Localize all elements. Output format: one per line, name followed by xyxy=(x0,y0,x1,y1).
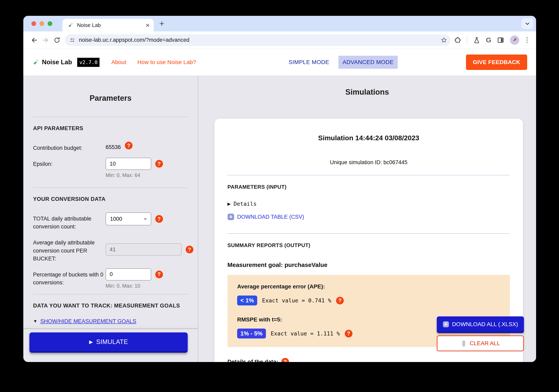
tab-search-chevron-button[interactable] xyxy=(522,19,533,29)
help-avg-per-bucket-icon[interactable]: ? xyxy=(186,246,193,253)
version-badge: v2.7.0 xyxy=(77,58,100,67)
reload-button[interactable] xyxy=(51,35,63,46)
browser-tab[interactable]: Noise Lab × xyxy=(62,19,154,31)
simulations-title: Simulations xyxy=(198,88,536,96)
measurement-goal-heading: Measurement goal: purchaseValue xyxy=(227,261,510,268)
app-header: Noise Lab v2.7.0 About How to use Noise … xyxy=(23,49,536,76)
address-bar[interactable]: noise-lab.uc.r.appspot.com/?mode=advance… xyxy=(65,34,450,46)
brand-name: Noise Lab xyxy=(42,59,72,66)
about-link[interactable]: About xyxy=(111,59,126,65)
zero-buckets-input[interactable] xyxy=(106,268,151,280)
simulate-button[interactable]: ▶ SIMULATE xyxy=(29,332,188,353)
details-toggle[interactable]: ▶ Details xyxy=(227,201,510,207)
simulations-panel: Simulations Simulation 14:44:24 03/08/20… xyxy=(198,76,536,362)
back-arrow-icon xyxy=(30,36,38,44)
contribution-budget-row: Contribution budget: 65536 ? xyxy=(33,142,188,152)
measurement-goals-heading: DATA YOU WANT TO TRACK: MEASUREMENT GOAL… xyxy=(33,303,188,309)
help-ape-icon[interactable]: ? xyxy=(336,297,344,304)
help-contribution-budget-icon[interactable]: ? xyxy=(125,142,132,149)
browser-toolbar: noise-lab.uc.r.appspot.com/?mode=advance… xyxy=(23,31,536,49)
reload-icon xyxy=(53,37,61,44)
rmspe-exact-value: Exact value = 1.111 % xyxy=(271,330,340,337)
forward-button[interactable] xyxy=(40,35,51,46)
simple-mode-link[interactable]: SIMPLE MODE xyxy=(289,59,329,65)
toolbar-actions: G xyxy=(454,36,529,45)
api-parameters-heading: API PARAMETERS xyxy=(33,125,188,131)
show-hide-goals-link[interactable]: SHOW/HIDE MEASUREMENT GOALS xyxy=(40,318,136,325)
help-total-conversions-icon[interactable]: ? xyxy=(155,215,163,223)
trash-icon xyxy=(461,340,467,347)
ape-result-row: < 1% Exact value = 0.741 % ? xyxy=(237,296,500,306)
test-tube-logo-icon xyxy=(32,59,39,66)
clear-all-button[interactable]: CLEAR ALL xyxy=(437,336,524,351)
tab-strip: Noise Lab × + xyxy=(23,16,536,31)
app-content: Parameters API PARAMETERS Contribution b… xyxy=(23,76,536,362)
minimize-window-button[interactable] xyxy=(39,21,44,26)
rmspe-badge: 1% - 5% xyxy=(237,328,266,338)
help-data-details-icon[interactable]: ? xyxy=(281,358,289,362)
howto-link[interactable]: How to use Noise Lab? xyxy=(137,59,196,65)
epsilon-hint: Min: 0, Max: 64 xyxy=(106,172,163,178)
google-g-icon[interactable]: G xyxy=(486,36,491,44)
site-settings-icon[interactable] xyxy=(69,37,76,43)
ape-badge: < 1% xyxy=(237,296,257,306)
data-details-label: Details of the data: xyxy=(227,359,278,362)
triangle-right-icon: ▶ xyxy=(227,201,231,206)
give-feedback-button[interactable]: GIVE FEEDBACK xyxy=(466,55,527,70)
simulation-card-title: Simulation 14:44:24 03/08/2023 xyxy=(227,134,510,142)
play-icon: ▶ xyxy=(89,339,93,345)
screenshot-stage: Noise Lab × + noise- xyxy=(0,0,559,392)
total-conversions-select[interactable]: 1000 xyxy=(106,212,151,225)
url-text: noise-lab.uc.r.appspot.com/?mode=advance… xyxy=(79,37,440,43)
avg-per-bucket-input xyxy=(106,243,182,256)
test-tube-favicon-icon xyxy=(67,22,74,28)
profile-avatar[interactable] xyxy=(510,36,519,45)
toolbar-divider xyxy=(467,37,467,44)
extensions-icon[interactable] xyxy=(454,37,461,44)
epsilon-input[interactable] xyxy=(106,158,151,170)
close-tab-icon[interactable]: × xyxy=(146,22,149,28)
conversion-data-heading: YOUR CONVERSION DATA xyxy=(33,196,188,202)
total-conversions-label: TOTAL daily attributable conversion coun… xyxy=(33,212,106,231)
chevron-down-icon xyxy=(524,21,531,27)
advanced-mode-link[interactable]: ADVANCED MODE xyxy=(338,56,398,69)
floating-actions: DOWNLOAD ALL (.XLSX) CLEAR ALL xyxy=(437,316,524,351)
zero-buckets-label: Percentage of buckets with 0 conversions… xyxy=(33,268,106,289)
panel-divider xyxy=(33,117,188,117)
card-divider xyxy=(227,233,510,234)
help-epsilon-icon[interactable]: ? xyxy=(155,160,163,168)
zoom-window-button[interactable] xyxy=(48,21,52,26)
labs-flask-icon[interactable] xyxy=(473,37,480,44)
download-csv-link[interactable]: DOWNLOAD TABLE (CSV) xyxy=(227,214,304,220)
new-tab-button[interactable]: + xyxy=(159,19,164,28)
total-conversions-row: TOTAL daily attributable conversion coun… xyxy=(33,212,188,231)
mode-switcher: SIMPLE MODE ADVANCED MODE xyxy=(264,56,398,69)
window-controls xyxy=(31,21,52,26)
contribution-budget-label: Contribution budget: xyxy=(33,142,106,152)
bookmark-star-icon[interactable] xyxy=(440,37,447,44)
triangle-down-icon: ▼ xyxy=(33,319,37,324)
zero-buckets-hint: Min: 0, Max: 10 xyxy=(106,283,163,289)
browser-window: Noise Lab × + noise- xyxy=(23,16,536,362)
back-button[interactable] xyxy=(28,35,40,46)
ape-label: Average percentage error (APE): xyxy=(237,283,500,290)
parameters-title: Parameters xyxy=(33,94,188,103)
show-hide-goals-toggle: ▼ SHOW/HIDE MEASUREMENT GOALS xyxy=(33,318,188,325)
chevron-down-icon xyxy=(143,217,148,221)
avg-per-bucket-label: Average daily attributable conversion co… xyxy=(33,236,106,262)
simulation-id: Unique simulation ID: bc067445 xyxy=(227,159,510,166)
contribution-budget-value: 65536 xyxy=(106,142,121,150)
zero-buckets-row: Percentage of buckets with 0 conversions… xyxy=(33,268,188,289)
epsilon-label: Epsilon: xyxy=(33,158,106,178)
tab-title: Noise Lab xyxy=(77,22,146,28)
panel-divider xyxy=(33,294,188,295)
close-window-button[interactable] xyxy=(31,21,36,26)
help-rmspe-icon[interactable]: ? xyxy=(345,330,353,337)
bird-avatar-icon xyxy=(511,36,519,44)
help-zero-buckets-icon[interactable]: ? xyxy=(155,271,163,278)
menu-kebab-icon[interactable] xyxy=(525,37,529,44)
side-panel-icon[interactable] xyxy=(497,37,504,44)
download-all-button[interactable]: DOWNLOAD ALL (.XLSX) xyxy=(437,316,524,333)
download-icon xyxy=(227,214,234,220)
summary-reports-heading: SUMMARY REPORTS (OUTPUT) xyxy=(227,242,510,249)
